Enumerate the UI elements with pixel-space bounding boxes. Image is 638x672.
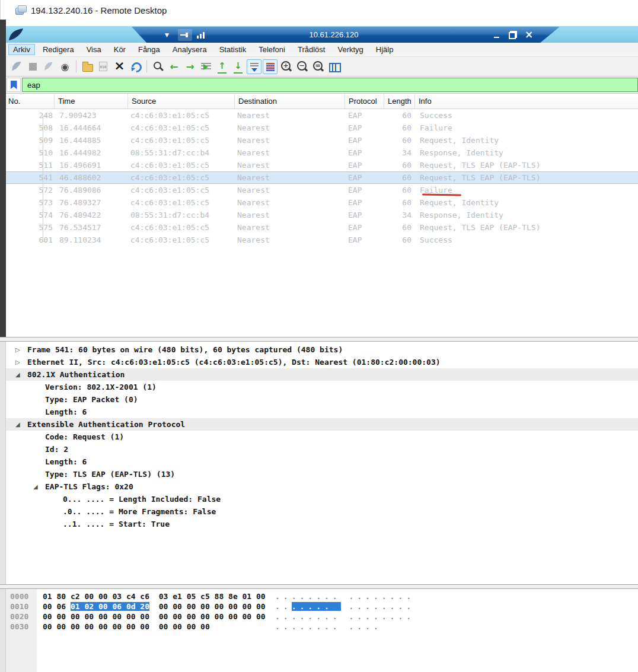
go-to-bottom-icon[interactable]: [231, 59, 245, 74]
packet-row-248[interactable]: 2487.909423c4:c6:03:e1:05:c5NearestEAP60…: [6, 109, 638, 122]
main-toolbar: [6, 57, 638, 77]
packet-row-541[interactable]: 54146.488602c4:c6:03:e1:05:c5NearestEAP6…: [6, 171, 638, 184]
display-filter-bar: eap: [6, 77, 638, 94]
detail-line[interactable]: Id: 2: [6, 443, 638, 456]
hex-row-0030[interactable]: 003000 00 00 00 00 00 00 00 00 00 00 00.…: [6, 622, 638, 632]
display-filter-input[interactable]: eap: [22, 78, 638, 92]
info-cell: Success: [415, 109, 638, 122]
colorize-icon[interactable]: [263, 59, 277, 74]
detail-line[interactable]: ◢802.1X Authentication: [6, 368, 638, 381]
hex-bytes-selected: 01 02 00 06 0d 20: [71, 602, 149, 611]
packet-row-601[interactable]: 60189.110234c4:c6:03:e1:05:c5NearestEAP6…: [6, 234, 638, 246]
packet-row-509[interactable]: 50916.444885c4:c6:03:e1:05:c5NearestEAP6…: [6, 134, 638, 146]
packet-row-572[interactable]: 57276.489086c4:c6:03:e1:05:c5NearestEAP6…: [6, 184, 638, 196]
menu-telefoni[interactable]: Telefoni: [254, 44, 290, 55]
menu-visa[interactable]: Visa: [82, 44, 106, 55]
go-forward-icon[interactable]: [183, 59, 197, 74]
packet-row-508[interactable]: 50816.444664c4:c6:03:e1:05:c5NearestEAP6…: [6, 122, 638, 134]
detail-line[interactable]: Length: 6: [6, 406, 638, 418]
detail-line[interactable]: ▷Ethernet II, Src: c4:c6:03:e1:05:c5 (c4…: [6, 356, 638, 368]
capture-options-icon[interactable]: [58, 59, 72, 74]
menu-redigera[interactable]: Redigera: [38, 44, 79, 55]
column-header-info[interactable]: Info: [415, 94, 638, 109]
hex-row-0000[interactable]: 000001 80 c2 00 00 03 c4 c6 03 e1 05 c5 …: [6, 591, 638, 601]
protocol-cell: EAP: [345, 122, 384, 134]
pane-divider[interactable]: [0, 584, 638, 589]
menu-kör[interactable]: Kör: [109, 44, 130, 55]
pane-divider[interactable]: [0, 337, 638, 342]
column-header-time[interactable]: Time: [55, 94, 128, 109]
detail-line[interactable]: .0.. .... = More Fragments: False: [6, 505, 638, 518]
menu-hjälp[interactable]: Hjälp: [371, 44, 398, 55]
rdp-connection-bar[interactable]: ▼ 10.61.226.120: [132, 27, 560, 43]
go-back-icon[interactable]: [167, 59, 181, 74]
save-file-icon[interactable]: [96, 59, 111, 74]
open-file-icon[interactable]: [80, 59, 95, 74]
detail-text: Type: TLS EAP (EAP-TLS) (13): [45, 470, 175, 479]
minimize-icon[interactable]: [492, 30, 502, 40]
zoom-reset-icon[interactable]: [311, 59, 326, 74]
menu-arkiv[interactable]: Arkiv: [8, 44, 35, 55]
filter-bookmark-button[interactable]: [7, 78, 21, 92]
restart-capture-icon[interactable]: [42, 59, 56, 74]
close-file-icon[interactable]: [112, 59, 127, 74]
detail-line[interactable]: Length: 6: [6, 456, 638, 468]
hex-ascii-text: ........: [341, 602, 414, 611]
collapse-toggle-icon[interactable]: ◢: [15, 418, 27, 431]
packet-row-510[interactable]: 51016.44498208:55:31:d7:cc:b4NearestEAP3…: [6, 146, 638, 159]
menu-fånga[interactable]: Fånga: [133, 44, 165, 55]
packet-list-pane[interactable]: 2487.909423c4:c6:03:e1:05:c5NearestEAP60…: [6, 109, 638, 337]
packet-row-573[interactable]: 57376.489327c4:c6:03:e1:05:c5NearestEAP6…: [6, 196, 638, 209]
source-cell: c4:c6:03:e1:05:c5: [128, 159, 235, 171]
detail-line[interactable]: ◢EAP-TLS Flags: 0x20: [6, 480, 638, 493]
hex-dump-pane[interactable]: 000001 80 c2 00 00 03 c4 c6 03 e1 05 c5 …: [6, 589, 638, 672]
close-icon[interactable]: [524, 30, 534, 40]
reload-icon[interactable]: [128, 59, 143, 74]
related-packets-indicator: [43, 116, 48, 242]
expand-toggle-icon[interactable]: ▷: [15, 343, 27, 356]
hex-row-0020[interactable]: 002000 00 00 00 00 00 00 00 00 00 00 00 …: [6, 612, 638, 622]
info-cell: Request, TLS EAP (EAP-TLS): [415, 221, 638, 234]
detail-line[interactable]: 0... .... = Length Included: False: [6, 493, 638, 505]
restore-icon[interactable]: [508, 30, 518, 40]
packet-row-575[interactable]: 57576.534517c4:c6:03:e1:05:c5NearestEAP6…: [6, 221, 638, 234]
column-header-source[interactable]: Source: [128, 94, 235, 109]
packet-row-511[interactable]: 51116.496691c4:c6:03:e1:05:c5NearestEAP6…: [6, 159, 638, 171]
column-header-no[interactable]: No.: [6, 94, 55, 109]
hex-bytes: 00 00 00 00 00 00 00 00 00 00 00 00 00 0…: [43, 612, 275, 622]
detail-text: Length: 6: [45, 407, 87, 416]
packet-details-pane[interactable]: ▷Frame 541: 60 bytes on wire (480 bits),…: [6, 342, 638, 584]
zoom-out-icon[interactable]: [295, 59, 310, 74]
menu-statistik[interactable]: Statistik: [215, 44, 251, 55]
resize-columns-icon[interactable]: [327, 59, 342, 74]
hex-ascii-selected: .....: [292, 602, 341, 611]
stop-capture-icon[interactable]: [25, 59, 40, 74]
menu-verktyg[interactable]: Verktyg: [333, 44, 368, 55]
detail-line[interactable]: Code: Request (1): [6, 431, 638, 443]
detail-line[interactable]: Type: EAP Packet (0): [6, 393, 638, 406]
menu-trådlöst[interactable]: Trådlöst: [293, 44, 330, 55]
go-to-top-icon[interactable]: [215, 59, 229, 74]
hex-ascii: ........ ........: [275, 591, 638, 601]
length-cell: 34: [384, 146, 415, 159]
expand-toggle-icon[interactable]: ▷: [15, 356, 27, 368]
hex-row-0010[interactable]: 001000 06 01 02 00 06 0d 20 00 00 00 00 …: [6, 601, 638, 612]
detail-line[interactable]: ◢Extensible Authentication Protocol: [6, 418, 638, 431]
start-capture-icon[interactable]: [9, 59, 24, 74]
column-header-destination[interactable]: Destination: [235, 94, 345, 109]
detail-line[interactable]: Version: 802.1X-2001 (1): [6, 381, 638, 393]
collapse-toggle-icon[interactable]: ◢: [15, 368, 27, 381]
zoom-in-icon[interactable]: [279, 59, 294, 74]
auto-scroll-icon[interactable]: [247, 59, 261, 74]
detail-line[interactable]: ▷Frame 541: 60 bytes on wire (480 bits),…: [6, 343, 638, 356]
detail-line[interactable]: Type: TLS EAP (EAP-TLS) (13): [6, 468, 638, 480]
column-header-protocol[interactable]: Protocol: [345, 94, 384, 109]
find-packet-icon[interactable]: [151, 59, 165, 74]
packet-row-574[interactable]: 57476.48942208:55:31:d7:cc:b4NearestEAP3…: [6, 209, 638, 221]
go-to-packet-icon[interactable]: [199, 59, 213, 74]
detail-line[interactable]: ..1. .... = Start: True: [6, 518, 638, 530]
menu-analysera[interactable]: Analysera: [168, 44, 212, 55]
length-cell: 60: [384, 196, 415, 209]
column-header-length[interactable]: Length: [384, 94, 415, 109]
collapse-toggle-icon[interactable]: ◢: [33, 480, 45, 493]
